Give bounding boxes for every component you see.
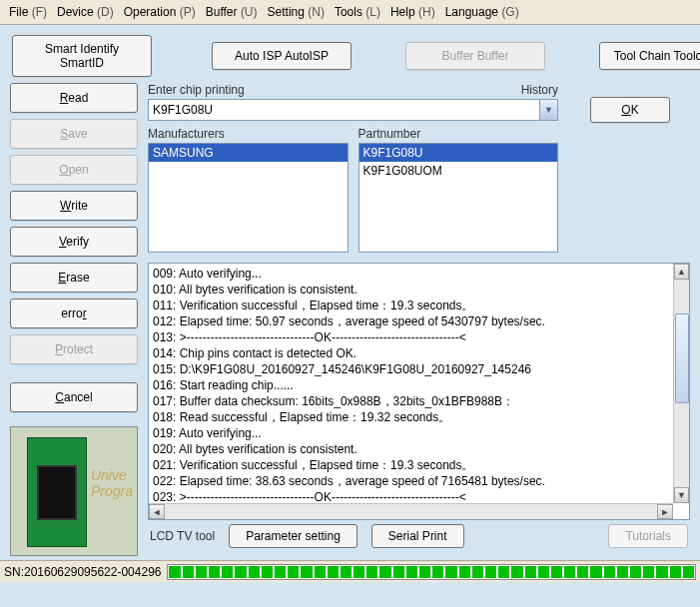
- partnumber-listbox[interactable]: K9F1G08UK9F1G08UOM: [358, 143, 559, 253]
- buffer-button[interactable]: Buffer Buffer: [405, 42, 545, 70]
- tutorials-button[interactable]: Tutorials: [608, 524, 688, 548]
- enter-chip-label: Enter chip printing: [148, 83, 245, 97]
- tool-chain-button[interactable]: Tool Chain Toolchain: [599, 42, 700, 70]
- tool-chain-label: Tool Chain Toolchain: [614, 49, 700, 63]
- chip-input[interactable]: [149, 100, 539, 120]
- progress-segment: [353, 566, 364, 578]
- smart-identify-button[interactable]: Smart Identify SmartID: [12, 35, 152, 77]
- smart-identify-label: Smart Identify SmartID: [45, 42, 119, 70]
- brand-watermark: UniveProgra: [91, 467, 133, 499]
- log-line: 021: Verification successful，Elapsed tim…: [153, 457, 669, 473]
- chip-panel-right: OK: [570, 83, 690, 253]
- log-line: 016: Start reading chip......: [153, 377, 669, 393]
- protect-label: Protect: [55, 342, 93, 356]
- list-item[interactable]: SAMSUNG: [149, 144, 348, 162]
- progress-segment: [341, 566, 351, 578]
- serial-print-button[interactable]: Serial Print: [371, 524, 464, 548]
- progress-segment: [459, 566, 470, 578]
- chip-panel: Enter chip printing History ▼ Manufactur…: [148, 83, 690, 253]
- error-button[interactable]: error: [10, 299, 138, 328]
- menu-tools[interactable]: Tools (L): [332, 3, 383, 21]
- log-line: 013: >--------------------------------OK…: [153, 329, 669, 345]
- scroll-down-icon[interactable]: ▼: [674, 487, 689, 503]
- progress-segment: [393, 566, 404, 578]
- progress-segment: [288, 566, 299, 578]
- log-line: 017: Buffer data checksum: 16bits_0x988B…: [153, 393, 669, 409]
- manufacturers-listbox[interactable]: SAMSUNG: [148, 143, 349, 253]
- menu-buffer[interactable]: Buffer (U): [203, 3, 261, 21]
- manuf-part-row: Manufacturers SAMSUNG Partnumber K9F1G08…: [148, 127, 558, 253]
- scroll-right-icon[interactable]: ►: [657, 504, 673, 519]
- cancel-label: Cancel: [55, 390, 92, 404]
- log-line: 019: Auto verifying...: [153, 425, 669, 441]
- horizontal-scrollbar[interactable]: ◄ ►: [149, 503, 673, 519]
- main-area: ReadSaveOpenWriteVerifyEraseerrorProtect…: [0, 83, 700, 560]
- write-button[interactable]: Write: [10, 191, 138, 221]
- menu-help[interactable]: Help (H): [387, 3, 438, 21]
- menubar: File (F)Device (D)Operation (P)Buffer (U…: [0, 0, 700, 25]
- progress-segment: [419, 566, 430, 578]
- read-button[interactable]: Read: [10, 83, 138, 113]
- history-label: History: [521, 83, 558, 97]
- progress-segment: [235, 566, 246, 578]
- menu-setting[interactable]: Setting (N): [265, 3, 328, 21]
- open-button[interactable]: Open: [10, 155, 138, 185]
- scroll-thumb[interactable]: [675, 313, 689, 403]
- cancel-button[interactable]: Cancel: [10, 382, 138, 412]
- parameter-setting-label: Parameter setting: [246, 529, 341, 543]
- progress-segment: [209, 566, 220, 578]
- list-item[interactable]: K9F1G08UOM: [359, 162, 558, 180]
- progress-bar: [167, 564, 696, 580]
- progress-segment: [445, 566, 456, 578]
- progress-segment: [630, 566, 641, 578]
- scroll-left-icon[interactable]: ◄: [149, 504, 165, 519]
- chevron-down-icon[interactable]: ▼: [539, 100, 557, 120]
- manuf-col: Manufacturers SAMSUNG: [148, 127, 349, 253]
- progress-segment: [538, 566, 549, 578]
- part-col: Partnumber K9F1G08UK9F1G08UOM: [358, 127, 559, 253]
- log-line: 022: Elapsed time: 38.63 seconds，average…: [153, 473, 669, 489]
- menu-file[interactable]: File (F): [6, 3, 50, 21]
- tutorials-label: Tutorials: [625, 529, 671, 543]
- menu-device[interactable]: Device (D): [54, 3, 117, 21]
- serial-print-label: Serial Print: [388, 529, 447, 543]
- log-line: 012: Elapsed time: 50.97 seconds，average…: [153, 313, 669, 329]
- progress-segment: [301, 566, 312, 578]
- chip-header-row: Enter chip printing History: [148, 83, 558, 99]
- progress-segment: [196, 566, 207, 578]
- menu-language[interactable]: Language (G): [442, 3, 522, 21]
- vertical-scrollbar[interactable]: ▲ ▼: [673, 264, 689, 503]
- menu-operation[interactable]: Operation (P): [121, 3, 199, 21]
- progress-segment: [432, 566, 443, 578]
- chip-combobox[interactable]: ▼: [148, 99, 558, 121]
- chip-socket: [37, 465, 77, 520]
- save-label: Save: [60, 127, 87, 141]
- save-button[interactable]: Save: [10, 119, 138, 149]
- progress-segment: [683, 566, 694, 578]
- bottom-bar: LCD TV tool Parameter setting Serial Pri…: [148, 520, 690, 552]
- erase-label: Erase: [58, 271, 89, 285]
- auto-isp-button[interactable]: Auto ISP AutoISP: [212, 42, 351, 70]
- protect-button[interactable]: Protect: [10, 334, 138, 364]
- log-line: 011: Verification successful，Elapsed tim…: [153, 298, 669, 313]
- progress-segment: [485, 566, 496, 578]
- left-column: ReadSaveOpenWriteVerifyEraseerrorProtect…: [10, 83, 138, 556]
- log-line: 023: >--------------------------------OK…: [153, 489, 669, 503]
- progress-segment: [472, 566, 483, 578]
- chip-panel-left: Enter chip printing History ▼ Manufactur…: [148, 83, 558, 253]
- ok-button[interactable]: OK: [590, 97, 670, 123]
- erase-button[interactable]: Erase: [10, 263, 138, 293]
- list-item[interactable]: K9F1G08U: [359, 144, 558, 162]
- progress-segment: [498, 566, 509, 578]
- progress-segment: [262, 566, 273, 578]
- verify-label: Verify: [59, 235, 89, 249]
- verify-button[interactable]: Verify: [10, 227, 138, 257]
- log-line: 015: D:\K9F1G08U_20160927_145246\K9F1G08…: [153, 361, 669, 377]
- progress-segment: [315, 566, 326, 578]
- log-panel: 009: Auto verifying...010: All bytes ver…: [148, 263, 690, 520]
- progress-segment: [564, 566, 575, 578]
- progress-segment: [366, 566, 377, 578]
- pcb-image: [27, 437, 87, 547]
- parameter-setting-button[interactable]: Parameter setting: [229, 524, 357, 548]
- scroll-up-icon[interactable]: ▲: [674, 264, 689, 280]
